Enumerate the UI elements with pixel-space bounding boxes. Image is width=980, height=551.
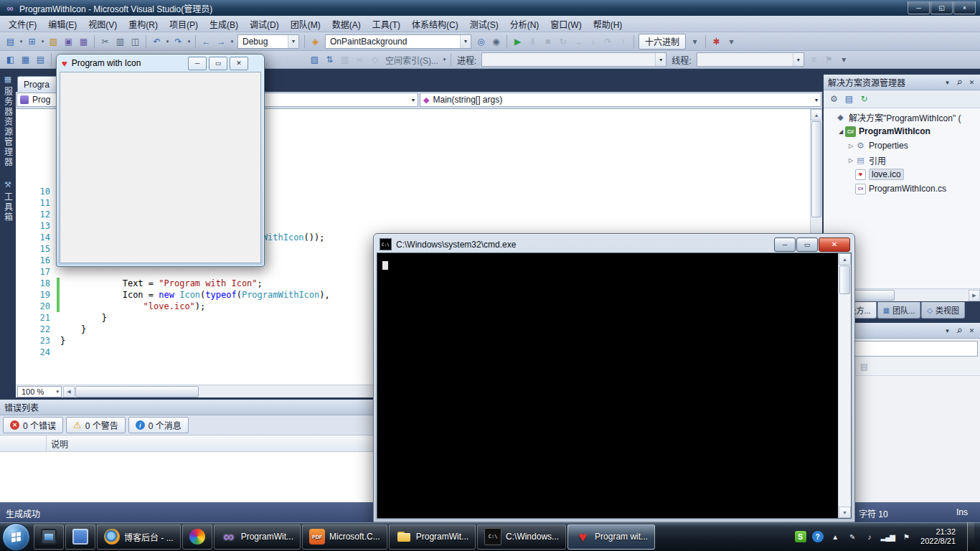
window-position-icon[interactable]: ▾ bbox=[942, 325, 953, 336]
add-item-icon[interactable]: ⊞ bbox=[25, 34, 39, 48]
taskbar-button-2[interactable]: 博客后台 - ... bbox=[97, 524, 181, 550]
cut-icon[interactable]: ✂ bbox=[98, 34, 112, 48]
menu-item-5[interactable]: 生成(B) bbox=[204, 16, 244, 32]
taskbar-button-0[interactable] bbox=[34, 524, 64, 550]
taskbar-button-4[interactable]: ∞ProgramWit... bbox=[214, 524, 301, 550]
save-icon[interactable]: ▣ bbox=[62, 34, 75, 48]
menu-item-3[interactable]: 重构(R) bbox=[123, 16, 164, 32]
paste-icon[interactable]: ◫ bbox=[128, 34, 142, 48]
taskbar-button-8[interactable]: ♥Program wit... bbox=[567, 524, 655, 550]
taskbar-button-1[interactable] bbox=[65, 524, 95, 550]
taskbar-button-7[interactable]: C:\C:\Windows... bbox=[477, 524, 566, 550]
scroll-up-arrow[interactable]: ▲ bbox=[811, 109, 822, 121]
options-icon[interactable]: ✱ bbox=[710, 34, 723, 48]
thread-combo[interactable]: ▾ bbox=[697, 52, 804, 67]
show-next-statement-icon[interactable]: → bbox=[571, 34, 585, 48]
scrollbar-thumb[interactable] bbox=[839, 265, 850, 294]
toolbar-options2-icon[interactable]: ▾ bbox=[837, 53, 851, 67]
ime-pen-icon[interactable]: ✎ bbox=[847, 531, 858, 542]
menu-item-6[interactable]: 调试(D) bbox=[244, 16, 285, 32]
cmd-title-bar[interactable]: C:\ C:\Windows\system32\cmd.exe ─ ▭ ✕ bbox=[374, 234, 854, 253]
member-search-combo[interactable]: OnPaintBackground ▾ bbox=[325, 34, 471, 49]
navigate-forward-icon[interactable]: → bbox=[215, 34, 228, 48]
chevron-down-icon[interactable]: ▾ bbox=[655, 53, 666, 66]
refresh-icon[interactable]: ↻ bbox=[857, 93, 871, 106]
members-combo[interactable]: ◆ Main(string[] args) ▾ bbox=[420, 93, 821, 107]
process-combo[interactable]: ▾ bbox=[481, 52, 666, 67]
sogou-input-icon[interactable]: S bbox=[795, 531, 806, 542]
error-icon-column[interactable] bbox=[0, 435, 47, 451]
properties-window-icon[interactable]: ⚙ bbox=[827, 93, 841, 106]
scrollbar-thumb[interactable] bbox=[811, 121, 821, 217]
chevron-down-icon[interactable]: ▾ bbox=[56, 389, 61, 395]
new-project-icon-dropdown[interactable]: ▾ bbox=[18, 39, 24, 44]
scrollbar-thumb[interactable] bbox=[75, 386, 199, 397]
restart-icon[interactable]: ↻ bbox=[556, 34, 570, 48]
form-title-bar[interactable]: ♥ Program with Icon ─ ▭ ✕ bbox=[57, 55, 264, 72]
spatial-index-button[interactable]: 空间索引(S)... bbox=[382, 54, 441, 66]
minimize-button[interactable]: ─ bbox=[188, 57, 207, 70]
menu-item-0[interactable]: 文件(F) bbox=[3, 16, 42, 32]
property-pages-icon[interactable]: ▤ bbox=[857, 360, 871, 374]
undo-icon-dropdown[interactable]: ▾ bbox=[164, 39, 171, 44]
taskbar-clock[interactable]: 21:32 2022/8/21 bbox=[920, 527, 956, 546]
tree-expander[interactable]: ▷ bbox=[847, 157, 855, 164]
show-desktop-button[interactable] bbox=[967, 522, 974, 551]
step-into-icon[interactable]: ↓ bbox=[586, 34, 600, 48]
copy-icon[interactable]: ▥ bbox=[113, 34, 127, 48]
help-tray-icon[interactable]: ? bbox=[812, 531, 824, 542]
console-scrollbar[interactable]: ▲ ▼ bbox=[838, 253, 851, 518]
parallel-stacks-icon[interactable]: ≡ bbox=[807, 53, 821, 67]
close-icon[interactable]: ✕ bbox=[966, 325, 977, 336]
show-table-data-icon[interactable]: ▤ bbox=[34, 53, 47, 67]
tree-item-3[interactable]: ▷▤引用 bbox=[824, 153, 980, 167]
flag-threads-icon[interactable]: ⚑ bbox=[822, 53, 836, 67]
dock-tab-2[interactable]: ◇类视图 bbox=[921, 302, 965, 319]
tree-item-1[interactable]: ◢C#ProgramWithIcon bbox=[824, 124, 980, 138]
restore-button[interactable]: ◱ bbox=[930, 1, 953, 14]
maximize-button[interactable]: ▭ bbox=[209, 57, 227, 70]
zoom-selector[interactable]: 100 % ▾ bbox=[17, 386, 62, 397]
generate-script-icon[interactable]: ▨ bbox=[308, 53, 321, 67]
open-file-icon[interactable]: ▨ bbox=[47, 34, 60, 48]
chevron-down-icon[interactable]: ▾ bbox=[288, 35, 298, 48]
hex-dropdown-icon[interactable]: ▾ bbox=[688, 34, 702, 48]
step-over-icon[interactable]: ↷ bbox=[601, 34, 615, 48]
chevron-down-icon[interactable]: ▾ bbox=[793, 53, 804, 66]
menu-item-4[interactable]: 项目(P) bbox=[164, 16, 204, 32]
stop-debugging-icon[interactable]: ■ bbox=[541, 34, 555, 48]
show-hidden-icons-button[interactable]: ▲ bbox=[829, 531, 841, 542]
menu-item-2[interactable]: 视图(V) bbox=[83, 16, 123, 32]
view-designer-icon[interactable]: ◧ bbox=[4, 53, 17, 67]
taskbar-button-6[interactable]: ProgramWit... bbox=[389, 524, 476, 550]
step-out-icon[interactable]: ↑ bbox=[616, 34, 630, 48]
tree-item-0[interactable]: ◆解决方案"ProgramWithIcon" ( bbox=[824, 110, 980, 124]
window-position-icon[interactable]: ▾ bbox=[942, 77, 953, 88]
chevron-down-icon[interactable]: ▾ bbox=[412, 97, 418, 103]
error-filter-2[interactable]: i0 个消息 bbox=[128, 417, 189, 433]
break-all-icon[interactable]: ‖ bbox=[526, 34, 540, 48]
error-filter-0[interactable]: ✕0 个错误 bbox=[3, 417, 63, 433]
error-filter-1[interactable]: ⚠0 个警告 bbox=[66, 417, 126, 433]
save-all-icon[interactable]: ▦ bbox=[77, 34, 90, 48]
chevron-down-icon[interactable]: ▾ bbox=[441, 57, 448, 62]
menu-item-8[interactable]: 数据(A) bbox=[326, 16, 367, 32]
minimize-button[interactable]: ─ bbox=[908, 1, 930, 14]
close-icon[interactable]: ✕ bbox=[966, 77, 977, 88]
toolbox-tab[interactable]: ⚒工具箱 bbox=[2, 174, 14, 230]
scroll-down-arrow[interactable]: ▼ bbox=[839, 507, 851, 518]
tree-expander[interactable]: ◢ bbox=[837, 128, 845, 135]
taskbar-button-3[interactable] bbox=[182, 524, 212, 550]
undo-icon[interactable]: ↶ bbox=[150, 34, 164, 48]
menu-item-12[interactable]: 分析(N) bbox=[504, 16, 545, 32]
menu-item-1[interactable]: 编辑(E) bbox=[42, 16, 83, 32]
redo-icon-dropdown[interactable]: ▾ bbox=[186, 39, 192, 44]
tree-item-4[interactable]: ♥love.ico bbox=[824, 167, 980, 182]
close-button[interactable]: ✕ bbox=[230, 57, 248, 70]
scroll-up-arrow[interactable]: ▲ bbox=[839, 253, 851, 265]
auto-hide-pin-icon[interactable]: ⚲ bbox=[952, 75, 967, 90]
redo-icon[interactable]: ↷ bbox=[171, 34, 185, 48]
menu-item-10[interactable]: 体系结构(C) bbox=[406, 16, 464, 32]
close-button[interactable]: ✕ bbox=[819, 237, 850, 252]
add-item-icon-dropdown[interactable]: ▾ bbox=[39, 39, 46, 44]
